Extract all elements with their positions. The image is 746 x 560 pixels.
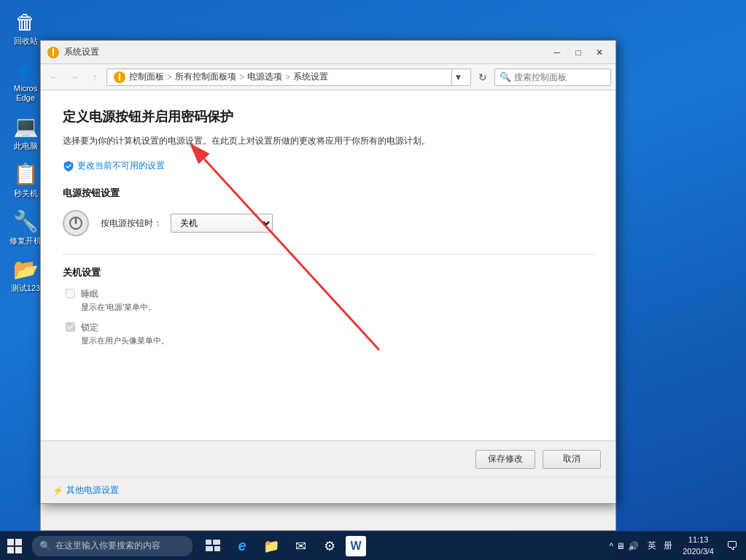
taskbar-search-text: 在这里输入你要搜索的内容 bbox=[55, 540, 160, 552]
tray-monitor-icon: 🖥 bbox=[616, 541, 625, 551]
svg-rect-7 bbox=[15, 539, 22, 545]
svg-rect-9 bbox=[15, 547, 22, 553]
repair-icon: 🔧 bbox=[12, 209, 39, 235]
edge-taskbar-button[interactable]: e bbox=[229, 532, 255, 561]
content-area: 定义电源按钮并启用密码保护 选择要为你的计算机设置的电源设置。在此页上对设置所做… bbox=[41, 90, 615, 440]
lock-sub-label: 显示在用户头像菜单中。 bbox=[81, 335, 169, 346]
save-button[interactable]: 保存修改 bbox=[475, 450, 535, 469]
power-btn-setting: 按电源按钮时： 关机 睡眠 休眠 不执行任何操作 bbox=[63, 210, 594, 236]
sleep-row: 睡眠 显示在'电源'菜单中。 bbox=[63, 288, 594, 313]
refresh-button[interactable]: ↻ bbox=[474, 69, 491, 86]
start-button[interactable] bbox=[0, 532, 29, 561]
path-control-panel[interactable]: 控制面板 bbox=[129, 71, 164, 83]
up-button[interactable]: ↑ bbox=[86, 69, 104, 86]
repair-label: 修复开机 bbox=[9, 236, 42, 246]
svg-rect-12 bbox=[206, 546, 213, 551]
lock-main-label: 锁定 bbox=[81, 322, 169, 334]
svg-rect-10 bbox=[206, 540, 211, 545]
dialog-icon bbox=[47, 46, 60, 59]
dialog-title: 系统设置 bbox=[64, 46, 547, 58]
svg-rect-13 bbox=[214, 546, 220, 551]
svg-rect-6 bbox=[7, 539, 14, 545]
shutdown-section: 关机设置 睡眠 显示在'电源'菜单中。 锁定 显示在用户头像菜单中。 bbox=[63, 266, 594, 346]
page-title: 定义电源按钮并启用密码保护 bbox=[63, 108, 594, 125]
close-button[interactable]: ✕ bbox=[589, 44, 610, 61]
press-power-row: 按电源按钮时： 关机 睡眠 休眠 不执行任何操作 bbox=[101, 214, 273, 233]
svg-rect-11 bbox=[213, 540, 220, 545]
explorer-taskbar-button[interactable]: 📁 bbox=[258, 532, 284, 561]
input-method[interactable]: 册 bbox=[661, 540, 675, 552]
other-power-icon: ⚡ bbox=[53, 486, 63, 496]
change-unavailable-text: 更改当前不可用的设置 bbox=[77, 160, 165, 172]
lock-label-group: 锁定 显示在用户头像菜单中。 bbox=[81, 322, 169, 346]
search-box[interactable]: 🔍 bbox=[494, 69, 611, 86]
minimize-button[interactable]: ─ bbox=[547, 44, 567, 61]
forward-button[interactable]: → bbox=[66, 69, 83, 86]
clock[interactable]: 11:13 2020/3/4 bbox=[677, 534, 720, 557]
search-icon: 🔍 bbox=[500, 71, 511, 82]
taskbar: 🔍 在这里输入你要搜索的内容 e 📁 ✉ ⚙ W ^ 🖥 🔊 bbox=[0, 531, 746, 560]
section-divider bbox=[63, 254, 594, 254]
other-power-text: 其他电源设置 bbox=[66, 484, 119, 497]
taskbar-search-icon: 🔍 bbox=[39, 540, 51, 551]
taskbar-right: ^ 🖥 🔊 英 册 11:13 2020/3/4 🗨 bbox=[605, 532, 746, 561]
shortcut1-label: 秒关机 bbox=[14, 189, 38, 198]
maximize-button[interactable]: □ bbox=[568, 44, 588, 61]
change-unavailable-link[interactable]: 更改当前不可用的设置 bbox=[63, 160, 165, 172]
sleep-checkbox[interactable] bbox=[66, 289, 75, 298]
title-bar-controls: ─ □ ✕ bbox=[547, 44, 610, 61]
test-icon: 📂 bbox=[12, 256, 39, 282]
sleep-label-group: 睡眠 显示在'电源'菜单中。 bbox=[81, 288, 156, 313]
path-system-settings[interactable]: 系统设置 bbox=[293, 71, 328, 83]
edge-label: MicrosEdge bbox=[14, 84, 37, 103]
lock-row: 锁定 显示在用户头像菜单中。 bbox=[63, 322, 594, 346]
mypc-icon: 💻 bbox=[12, 114, 39, 140]
path-power-options[interactable]: 电源选项 bbox=[247, 71, 282, 83]
shutdown-section-title: 关机设置 bbox=[63, 266, 594, 279]
address-dropdown[interactable]: ▼ bbox=[451, 69, 465, 86]
tray-caret[interactable]: ^ bbox=[610, 541, 614, 551]
desktop: 🗑 回收站 e MicrosEdge 💻 此电脑 📋 秒关机 🔧 修复开机 📂 … bbox=[0, 0, 746, 560]
dialog-bottom-bar: ⚡ 其他电源设置 bbox=[41, 477, 615, 503]
press-power-select[interactable]: 关机 睡眠 休眠 不执行任何操作 bbox=[171, 214, 273, 233]
page-description: 选择要为你的计算机设置的电源设置。在此页上对设置所做的更改将应用于你所有的电源计… bbox=[63, 134, 594, 148]
notification-button[interactable]: 🗨 bbox=[721, 532, 743, 561]
svg-rect-8 bbox=[7, 547, 14, 553]
address-path[interactable]: 控制面板 > 所有控制面板项 > 电源选项 > 系统设置 ▼ bbox=[106, 69, 471, 86]
edge-icon: e bbox=[12, 56, 39, 82]
lock-checkbox[interactable] bbox=[66, 322, 75, 332]
shortcut1-icon: 📋 bbox=[12, 161, 39, 187]
cancel-button[interactable]: 取消 bbox=[543, 450, 601, 469]
dialog-footer: 保存修改 取消 bbox=[41, 440, 615, 477]
mail-taskbar-button[interactable]: ✉ bbox=[287, 532, 314, 561]
back-button[interactable]: ← bbox=[45, 69, 63, 86]
system-settings-dialog: 系统设置 ─ □ ✕ ← → ↑ 控制面板 > 所有控制面板项 > 电源 bbox=[40, 40, 616, 504]
lang-indicator[interactable]: 英 bbox=[645, 540, 659, 552]
search-input[interactable] bbox=[514, 72, 606, 82]
title-bar: 系统设置 ─ □ ✕ bbox=[41, 41, 615, 64]
mypc-label: 此电脑 bbox=[14, 141, 38, 151]
system-tray: ^ 🖥 🔊 bbox=[605, 541, 644, 551]
sleep-main-label: 睡眠 bbox=[81, 288, 156, 300]
recycle-bin-icon: 🗑 bbox=[12, 9, 39, 35]
task-view-button[interactable] bbox=[200, 532, 226, 561]
press-power-label: 按电源按钮时： bbox=[101, 217, 162, 230]
power-icon bbox=[63, 210, 89, 236]
taskbar-middle: e 📁 ✉ ⚙ W bbox=[200, 532, 366, 561]
clock-time: 11:13 bbox=[683, 534, 714, 545]
sleep-sub-label: 显示在'电源'菜单中。 bbox=[81, 302, 156, 313]
other-power-settings-link[interactable]: ⚡ 其他电源设置 bbox=[53, 484, 119, 497]
tray-volume-icon[interactable]: 🔊 bbox=[628, 541, 639, 551]
power-btn-section-title: 电源按钮设置 bbox=[63, 187, 594, 200]
address-bar: ← → ↑ 控制面板 > 所有控制面板项 > 电源选项 > 系统设置 ▼ ↻ � bbox=[41, 64, 615, 90]
settings-taskbar-button[interactable]: ⚙ bbox=[316, 532, 343, 561]
recycle-bin-label: 回收站 bbox=[14, 36, 38, 46]
word-taskbar-button[interactable]: W bbox=[346, 536, 366, 556]
test-label: 测试123 bbox=[11, 284, 40, 293]
clock-date: 2020/3/4 bbox=[683, 546, 714, 557]
taskbar-search[interactable]: 🔍 在这里输入你要搜索的内容 bbox=[32, 536, 193, 556]
path-all-items[interactable]: 所有控制面板项 bbox=[175, 71, 236, 83]
shield-icon bbox=[63, 160, 74, 172]
